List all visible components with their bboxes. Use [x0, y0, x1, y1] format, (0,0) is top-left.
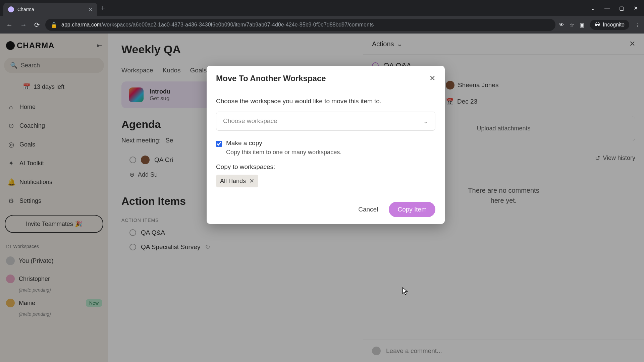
incognito-icon: 🕶 — [595, 22, 600, 28]
make-copy-label[interactable]: Make a copy — [226, 139, 262, 147]
chip-label: All Hands — [220, 178, 246, 185]
back-button[interactable]: ← — [4, 19, 15, 31]
close-window-icon[interactable]: ✕ — [634, 5, 638, 11]
mouse-cursor — [401, 287, 409, 296]
make-copy-checkbox[interactable] — [216, 141, 222, 147]
star-icon[interactable]: ☆ — [570, 22, 574, 28]
reload-button[interactable]: ⟳ — [32, 19, 42, 31]
panel-icon[interactable]: ▣ — [580, 22, 585, 28]
browser-tab[interactable]: Charma ✕ — [3, 3, 97, 16]
tab-title: Charma — [17, 7, 85, 12]
maximize-icon[interactable]: ▢ — [619, 5, 624, 11]
kebab-menu-icon[interactable]: ⋮ — [635, 22, 640, 28]
new-tab-button[interactable]: + — [101, 4, 105, 12]
incognito-label: Incognito — [603, 22, 625, 28]
tab-close-icon[interactable]: ✕ — [88, 6, 93, 13]
tabs-dropdown-icon[interactable]: ⌄ — [591, 5, 595, 11]
workspace-chip: All Hands ✕ — [216, 175, 258, 187]
chip-remove-icon[interactable]: ✕ — [249, 177, 254, 185]
browser-toolbar: ← → ⟳ 🔒 app.charma.com/workspaces/a6e00a… — [0, 16, 644, 34]
url-path: /workspaces/a6e00ac2-1ac0-4873-a436-3430… — [101, 22, 374, 27]
lock-icon: 🔒 — [51, 22, 57, 28]
window-controls: ⌄ — ▢ ✕ — [591, 5, 644, 11]
workspace-select[interactable]: Choose workspace ⌄ — [216, 112, 435, 131]
eye-off-icon[interactable]: 👁 — [559, 22, 564, 28]
modal-description: Choose the workspace you would like to m… — [216, 98, 435, 105]
minimize-icon[interactable]: — — [604, 5, 610, 11]
modal-close-icon[interactable]: ✕ — [429, 74, 435, 83]
tab-favicon — [8, 6, 14, 12]
url-host: app.charma.com — [61, 22, 101, 27]
chevron-down-icon: ⌄ — [423, 117, 428, 125]
incognito-badge[interactable]: 🕶 Incognito — [590, 20, 629, 30]
move-workspace-modal: Move To Another Workspace ✕ Choose the w… — [207, 66, 445, 224]
select-placeholder: Choose workspace — [223, 117, 277, 125]
cancel-button[interactable]: Cancel — [356, 202, 381, 217]
modal-title: Move To Another Workspace — [216, 74, 326, 83]
forward-button[interactable]: → — [18, 19, 29, 31]
copy-to-label: Copy to workspaces: — [216, 163, 435, 171]
browser-tabstrip: Charma ✕ + ⌄ — ▢ ✕ — [0, 0, 644, 16]
address-bar[interactable]: 🔒 app.charma.com/workspaces/a6e00ac2-1ac… — [45, 19, 555, 31]
make-copy-description: Copy this item to one or many workspaces… — [216, 149, 435, 156]
copy-item-button[interactable]: Copy Item — [389, 202, 435, 217]
